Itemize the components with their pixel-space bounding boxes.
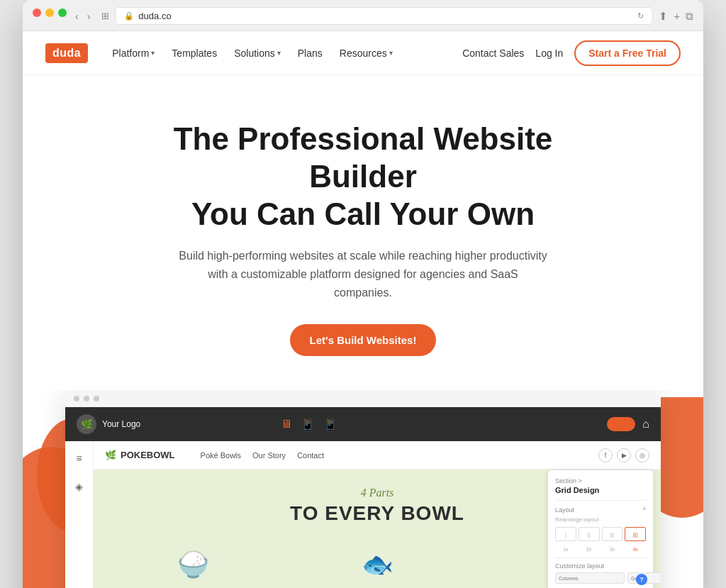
- poke-item-1: 🍚 1: [105, 536, 281, 588]
- layout-option-3col[interactable]: |||: [602, 527, 623, 541]
- tablet-icon[interactable]: 📱: [301, 418, 315, 431]
- layers-icon[interactable]: ≡: [71, 450, 88, 467]
- browser-chrome: ‹ › ⊞ 🔒 duda.co ↻ ⬆ + ⧉: [23, 0, 703, 31]
- nav-buttons: ‹ ›: [72, 9, 93, 23]
- editor-sidebar: ≡ ◈: [65, 441, 94, 588]
- website-content: ≡ ◈ 🌿 POKEBOWL Poké Bowls: [65, 441, 661, 588]
- panel-divider: [555, 558, 646, 558]
- page-content: duda Platform ▾ Templates Solutions ▾ Pl…: [23, 31, 703, 588]
- poke-item-img-1: 🍚: [164, 536, 221, 588]
- builder-dot-2: [84, 396, 89, 401]
- builder-logo-area: 🌿 Your Logo: [77, 414, 140, 434]
- tabs-icon[interactable]: ⧉: [686, 10, 693, 23]
- hero-cta-button[interactable]: Let's Build Websites!: [290, 324, 437, 356]
- chevron-down-icon: ▾: [389, 49, 393, 57]
- chevron-down-icon: ▾: [151, 49, 155, 57]
- nav-plans[interactable]: Plans: [291, 43, 330, 63]
- poke-social-icons: f ▶ ◎: [598, 448, 649, 462]
- panel-layout-label: Layout ^: [555, 506, 646, 514]
- forward-button[interactable]: ›: [84, 9, 94, 23]
- close-button[interactable]: [33, 9, 41, 17]
- poke-nav-story[interactable]: Our Story: [252, 451, 286, 460]
- traffic-lights: [33, 9, 67, 17]
- desktop-icon[interactable]: 🖥: [281, 418, 292, 431]
- hero-title: The Professional Website Builder You Can…: [122, 121, 604, 233]
- builder-dot-1: [74, 396, 79, 401]
- panel-layout-section: Layout ^ Rearrange layout | || ||| ||||: [555, 500, 646, 584]
- address-bar[interactable]: 🔒 duda.co ↻: [115, 7, 653, 25]
- builder-logo-icon: 🌿: [77, 414, 96, 434]
- nav-platform[interactable]: Platform ▾: [105, 43, 162, 63]
- browser-actions: ⬆ + ⧉: [659, 10, 693, 23]
- layout-label-2x: 2x: [579, 547, 600, 552]
- elements-icon[interactable]: ◈: [71, 478, 88, 495]
- share-icon[interactable]: ⬆: [659, 10, 668, 23]
- layout-options-grid: | || ||| ||||: [555, 527, 646, 541]
- layout-labels: 1x 2x 3x 4x: [555, 547, 646, 552]
- poke-logo-icon: 🌿: [105, 450, 116, 460]
- lock-icon: 🔒: [124, 11, 134, 21]
- nav-right: Contact Sales Log In Start a Free Trial: [462, 40, 681, 66]
- layout-label-3x: 3x: [602, 547, 623, 552]
- hero-section: The Professional Website Builder You Can…: [23, 75, 703, 390]
- poke-nav: 🌿 POKEBOWL Poké Bowls Our Story Contact …: [94, 441, 661, 470]
- new-tab-icon[interactable]: +: [674, 10, 680, 23]
- panel-breadcrumb: Section >: [555, 477, 646, 484]
- home-icon[interactable]: ⌂: [642, 418, 649, 431]
- poke-nav-links: Poké Bowls Our Story Contact: [201, 451, 324, 460]
- layout-label-1x: 1x: [555, 547, 576, 552]
- builder-device-icons: 🖥 📱 📱: [281, 418, 337, 431]
- logo[interactable]: duda: [45, 43, 88, 63]
- builder-logo-text: Your Logo: [102, 419, 140, 429]
- panel-title: Grid Design: [555, 486, 646, 494]
- chevron-up-icon: ^: [643, 506, 646, 514]
- columns-input[interactable]: [555, 572, 625, 584]
- navbar: duda Platform ▾ Templates Solutions ▾ Pl…: [23, 31, 703, 75]
- browser-window: ‹ › ⊞ 🔒 duda.co ↻ ⬆ + ⧉ duda: [23, 0, 703, 588]
- preview-section: 🌿 Your Logo 🖥 📱 📱 ⌂: [23, 390, 703, 588]
- layout-option-1col[interactable]: |: [555, 527, 576, 541]
- poke-item-2: 🐟 2: [289, 536, 465, 588]
- contact-sales-link[interactable]: Contact Sales: [462, 48, 524, 59]
- preview-toggle[interactable]: [607, 417, 635, 431]
- window-icon: ⊞: [101, 11, 109, 21]
- nav-links: Platform ▾ Templates Solutions ▾ Plans R…: [105, 43, 462, 63]
- builder-preview: 🌿 Your Logo 🖥 📱 📱 ⌂: [65, 390, 661, 588]
- nav-resources[interactable]: Resources ▾: [333, 43, 400, 63]
- instagram-icon[interactable]: ◎: [635, 448, 649, 462]
- facebook-icon[interactable]: f: [598, 448, 613, 462]
- grid-icon: ⊞: [101, 11, 109, 21]
- nav-templates[interactable]: Templates: [164, 43, 224, 63]
- minimize-button[interactable]: [45, 9, 54, 17]
- layout-label-4x: 4x: [625, 547, 646, 552]
- browser-toolbar: ‹ › ⊞ 🔒 duda.co ↻ ⬆ + ⧉: [33, 7, 693, 25]
- poke-nav-bowls[interactable]: Poké Bowls: [201, 451, 241, 460]
- start-free-trial-button[interactable]: Start a Free Trial: [574, 40, 681, 66]
- design-panel: Section > Grid Design Layout ^ Rearrange…: [547, 470, 654, 588]
- poke-item-img-2: 🐟: [349, 536, 406, 588]
- login-link[interactable]: Log In: [535, 48, 563, 59]
- builder-dot-3: [94, 396, 99, 401]
- layout-option-2col[interactable]: ||: [579, 527, 600, 541]
- refresh-icon: ↻: [637, 11, 644, 21]
- mobile-icon[interactable]: 📱: [323, 418, 337, 431]
- youtube-icon[interactable]: ▶: [617, 448, 631, 462]
- panel-customize-label: Customize layout: [555, 562, 646, 570]
- maximize-button[interactable]: [58, 9, 67, 17]
- hero-subtitle: Build high-performing websites at scale …: [179, 247, 547, 301]
- poke-logo: 🌿 POKEBOWL: [105, 450, 175, 460]
- poke-brand: POKEBOWL: [121, 450, 175, 460]
- panel-inputs: [555, 572, 646, 584]
- builder-chrome: [65, 390, 661, 407]
- nav-solutions[interactable]: Solutions ▾: [227, 43, 288, 63]
- builder-right-controls: ⌂: [607, 417, 649, 431]
- url-text: duda.co: [138, 11, 171, 21]
- back-button[interactable]: ‹: [72, 9, 82, 23]
- panel-sublabel: Rearrange layout: [555, 516, 646, 523]
- poke-nav-contact[interactable]: Contact: [297, 451, 324, 460]
- chevron-down-icon: ▾: [277, 49, 281, 57]
- builder-header: 🌿 Your Logo 🖥 📱 📱 ⌂: [65, 407, 661, 441]
- layout-option-4col[interactable]: ||||: [625, 527, 646, 541]
- website-main: 🌿 POKEBOWL Poké Bowls Our Story Contact …: [94, 441, 661, 588]
